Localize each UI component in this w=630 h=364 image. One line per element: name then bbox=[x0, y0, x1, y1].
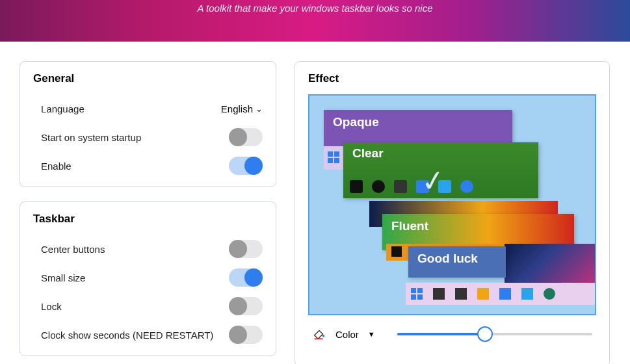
taskbar-card: Taskbar Center buttons Small size Lock C… bbox=[20, 202, 276, 356]
effect-option-goodluck-label: Good luck bbox=[417, 252, 478, 265]
preview-taskbar bbox=[406, 283, 596, 305]
effect-title: Effect bbox=[308, 72, 596, 85]
effect-card: Effect Opaque Clear bbox=[295, 61, 610, 364]
search-icon bbox=[372, 180, 385, 193]
selected-check-icon: ✓ bbox=[419, 163, 448, 200]
windows-icon bbox=[391, 246, 402, 257]
effect-option-fluent-label: Fluent bbox=[391, 219, 428, 233]
edge-icon bbox=[544, 288, 555, 300]
clock-seconds-label: Clock show seconds (NEED RESTART) bbox=[41, 330, 213, 341]
edge-icon bbox=[460, 180, 473, 193]
taskview-icon bbox=[394, 180, 407, 193]
header-subtitle: A toolkit that make your windows taskbar… bbox=[197, 3, 432, 14]
windows-icon bbox=[411, 288, 423, 300]
center-buttons-label: Center buttons bbox=[41, 244, 105, 255]
windows-icon bbox=[350, 180, 363, 193]
slider-thumb[interactable] bbox=[477, 326, 493, 342]
search-icon bbox=[433, 288, 445, 300]
windows-icon bbox=[328, 151, 339, 163]
chevron-down-icon: ⌄ bbox=[256, 104, 263, 114]
calendar-icon bbox=[499, 288, 511, 300]
effect-option-opaque[interactable]: Opaque bbox=[324, 110, 512, 146]
start-on-boot-row: Start on system startup bbox=[33, 123, 263, 151]
start-on-boot-label: Start on system startup bbox=[41, 132, 141, 143]
color-dropdown[interactable]: ▼ bbox=[368, 330, 375, 338]
enable-label: Enable bbox=[41, 161, 72, 172]
clock-seconds-toggle[interactable] bbox=[229, 326, 263, 344]
preview-wallpaper bbox=[505, 244, 596, 284]
general-card: General Language English ⌄ Start on syst… bbox=[20, 61, 276, 187]
mail-icon bbox=[521, 288, 533, 300]
enable-row: Enable bbox=[33, 151, 263, 180]
language-label: Language bbox=[41, 103, 85, 114]
color-slider[interactable] bbox=[397, 333, 592, 335]
color-label: Color bbox=[335, 329, 359, 340]
explorer-icon bbox=[477, 288, 489, 300]
language-select[interactable]: English ⌄ bbox=[221, 103, 263, 114]
small-size-label: Small size bbox=[41, 272, 85, 283]
effect-option-opaque-label: Opaque bbox=[333, 115, 379, 129]
start-on-boot-toggle[interactable] bbox=[229, 128, 263, 146]
small-size-toggle[interactable] bbox=[229, 268, 263, 287]
small-size-row: Small size bbox=[33, 263, 263, 292]
effect-option-clear-label: Clear bbox=[352, 146, 384, 160]
paint-bucket-icon[interactable] bbox=[312, 327, 326, 341]
effect-preview: Opaque Clear ✓ bbox=[308, 94, 596, 315]
lock-toggle[interactable] bbox=[229, 297, 263, 315]
lock-row: Lock bbox=[33, 292, 263, 320]
svg-point-0 bbox=[322, 335, 325, 337]
effect-option-goodluck[interactable]: Good luck bbox=[408, 246, 506, 278]
clock-seconds-row: Clock show seconds (NEED RESTART) bbox=[33, 320, 263, 349]
language-row: Language English ⌄ bbox=[33, 94, 263, 123]
enable-toggle[interactable] bbox=[229, 157, 263, 175]
center-buttons-toggle[interactable] bbox=[229, 240, 263, 258]
app-header: A toolkit that make your windows taskbar… bbox=[0, 0, 630, 42]
lock-label: Lock bbox=[41, 301, 62, 312]
taskview-icon bbox=[455, 288, 467, 300]
language-value: English bbox=[221, 103, 253, 114]
taskbar-title: Taskbar bbox=[33, 213, 263, 226]
color-row: Color ▼ bbox=[308, 327, 596, 341]
general-title: General bbox=[33, 72, 263, 85]
center-buttons-row: Center buttons bbox=[33, 235, 263, 263]
